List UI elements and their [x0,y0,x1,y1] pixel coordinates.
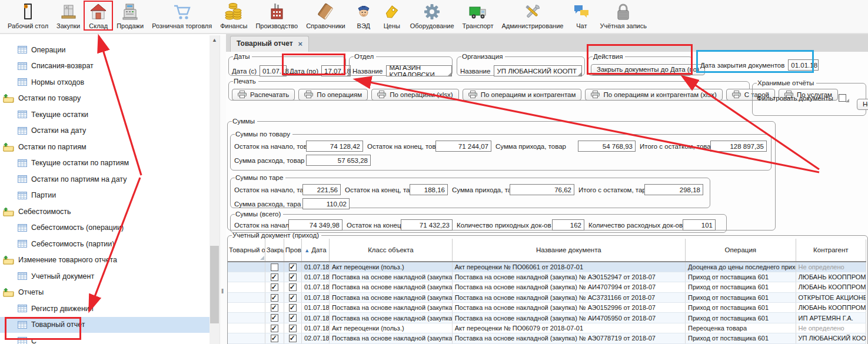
cell-closed[interactable] [265,323,284,333]
column-header-3[interactable]: Провед [284,239,301,262]
sidebar-item-9[interactable]: Остатки по партиям на дату [0,171,209,188]
organization-field[interactable]: УП ЛЮБАНСКИЙ КООПТ [494,65,582,76]
sidebar-item-3[interactable]: Нормы отходов [0,74,209,91]
proven-checkbox[interactable] [289,273,297,281]
cell-closed[interactable] [265,333,284,343]
sidebar-item-8[interactable]: Текущие остатки по партиям [0,155,209,172]
cell-proven[interactable] [284,282,301,292]
cell-proven[interactable] [284,272,301,282]
sidebar-item-13[interactable]: Себестоимость (партии) [0,236,209,252]
table-row[interactable]: 01.07.18Поставка на основе накладной (за… [228,313,866,323]
closed-checkbox[interactable] [271,294,278,302]
closed-checkbox[interactable] [271,263,278,271]
cell-proven[interactable] [284,323,301,333]
toolbar-item-3[interactable]: Склад [84,1,112,30]
goods-total-field[interactable]: 128 897,35 [710,141,767,152]
goods-start-field[interactable]: 74 128,42 [306,141,363,152]
toolbar-item-2[interactable]: Закупки [52,1,84,30]
splitter-grip-icon[interactable]: ‖ [221,288,224,295]
stored-reports-cut-button[interactable]: Но [857,99,868,110]
toolbar-item-12[interactable]: Транспорт [458,1,498,30]
total-start-field[interactable]: 74 349,98 [288,219,342,231]
toolbar-item-13[interactable]: Администрирование [498,1,568,30]
cell-proven[interactable] [284,333,301,343]
proven-checkbox[interactable] [289,325,297,332]
closed-checkbox[interactable] [271,283,278,291]
sidebar-item-2[interactable]: Списания-возврат [0,58,209,75]
cell-proven[interactable] [284,292,301,302]
total-end-field[interactable]: 71 432,23 [401,219,453,231]
proven-checkbox[interactable] [289,283,297,291]
scrollbar-thumb[interactable] [210,246,219,323]
sidebar-item-7[interactable]: Остатки по партиям [0,139,209,155]
tab-close-icon[interactable]: × [298,39,303,48]
date-from-field[interactable]: 01.07.18 [260,65,287,76]
toolbar-item-9[interactable]: ВЭД [350,1,378,30]
cell-closed[interactable] [265,313,284,323]
table-row[interactable]: 01.07.18Акт переоценки (польз.)Акт перео… [228,262,866,272]
print-button-1[interactable]: Распечатать [232,89,295,101]
column-header-6[interactable]: Название документа [452,239,685,262]
table-row[interactable]: 01.07.18Поставка на основе накладной (за… [228,303,866,313]
tare-total-field[interactable]: 298,18 [644,184,703,195]
toolbar-item-5[interactable]: Розничная торговля [148,1,216,30]
column-header-2[interactable]: Закры [265,239,284,262]
table-row[interactable]: 01.07.18Поставка на основе накладной (за… [228,282,866,292]
column-header-1[interactable]: Товарный отчет [228,239,265,262]
sidebar-item-6[interactable]: Остатки на дату [0,123,209,139]
cell-closed[interactable] [265,272,284,282]
cell-closed[interactable] [265,292,284,302]
filter-documents-checkbox[interactable] [839,94,846,102]
toolbar-item-4[interactable]: Продажи [112,1,148,30]
proven-checkbox[interactable] [289,314,297,322]
toolbar-item-15[interactable]: Учётная запись [596,1,651,30]
proven-checkbox[interactable] [289,335,297,342]
column-header-4[interactable]: ▲Дата [301,239,329,262]
cell-proven[interactable] [284,303,301,313]
toolbar-item-11[interactable]: Оборудование [406,1,458,30]
goods-end-field[interactable]: 71 244,07 [435,141,491,152]
table-row[interactable]: 02.07.18Поставка на основе накладной (за… [228,333,866,343]
column-header-8[interactable]: Контрагент [796,239,866,262]
sidebar-item-10[interactable]: Партии [0,188,209,204]
sidebar-item-18[interactable]: Товарный отчет [0,317,209,333]
print-button-2[interactable]: По операциям [298,89,368,101]
scroll-up-icon[interactable]: ▲ [209,37,220,43]
goods-income-field[interactable]: 54 768,93 [578,141,636,152]
toolbar-item-10[interactable]: Цены [378,1,406,30]
sidebar-item-11[interactable]: Себестоимость [0,203,209,220]
sidebar-item-5[interactable]: Текущие остатки [0,106,209,123]
proven-checkbox[interactable] [289,294,297,302]
toolbar-item-6[interactable]: Финансы [216,1,251,30]
column-header-7[interactable]: Операция [685,239,796,262]
cell-closed[interactable] [265,262,284,272]
sidebar-item-14[interactable]: Изменение товарного отчета [0,252,209,269]
print-button-5[interactable]: По операциям и контрагентам (xlsx) [585,89,722,101]
goods-expense-field[interactable]: 57 653,28 [306,155,371,166]
date-to-field[interactable]: 17.07.18 [321,65,351,76]
table-row[interactable]: 01.07.18Поставка на основе накладной (за… [228,292,866,302]
closed-checkbox[interactable] [271,273,278,281]
toolbar-item-8[interactable]: Справочники [302,1,350,30]
cell-proven[interactable] [284,313,301,323]
cell-closed[interactable] [265,303,284,313]
table-row[interactable]: 01.07.18Поставка на основе накладной (за… [228,272,866,282]
print-button-3[interactable]: По операциям (xlsx) [371,89,458,101]
toolbar-item-7[interactable]: Производство [251,1,302,30]
print-button-4[interactable]: По операциям и контрагентам [463,89,582,101]
tare-start-field[interactable]: 221,56 [302,184,341,195]
close-documents-button[interactable]: Закрыть документы до Дата (по) [591,64,705,75]
tab-goods-report[interactable]: Товарный отчет × [230,36,309,52]
sidebar-item-12[interactable]: Себестоимость (операции) [0,220,209,236]
table-row[interactable]: 01.07.18Акт переоценки (польз.)Акт перео… [228,323,866,333]
close-date-field[interactable]: 01.01.18 [788,59,819,71]
tare-end-field[interactable]: 188,16 [410,184,448,195]
closed-checkbox[interactable] [271,304,278,312]
sidebar-item-19[interactable]: С [0,333,209,344]
sidebar-item-4[interactable]: Остатки по товару [0,91,209,107]
sidebar-item-17[interactable]: Регистр движений [0,300,209,317]
cell-proven[interactable] [284,262,301,272]
sidebar-item-16[interactable]: Отчеты [0,285,209,301]
proven-checkbox[interactable] [289,263,297,271]
sidebar-item-1[interactable]: Операции [0,42,209,58]
